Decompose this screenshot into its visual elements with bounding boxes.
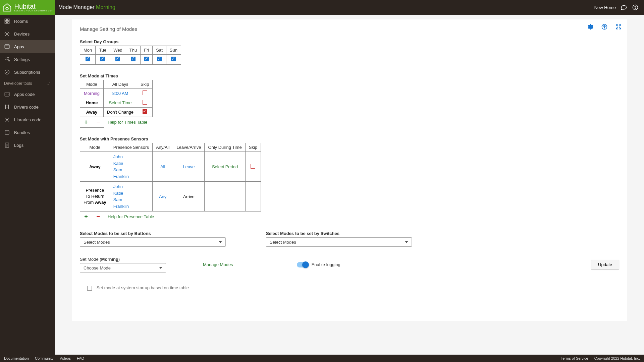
sensor-link[interactable]: Katie	[113, 190, 149, 197]
skip-checkbox[interactable]	[143, 100, 147, 105]
presence-table: ModePresence SensorsAny/AllLeave/ArriveO…	[80, 143, 261, 212]
skip-checkbox[interactable]	[251, 164, 255, 169]
footer-link[interactable]: Copyright 2022 Hubitat, Inc.	[594, 356, 640, 360]
sidebar-item-drivers-code[interactable]: Drivers code	[0, 101, 55, 113]
times-time[interactable]: Select Time	[104, 98, 137, 108]
anyall-link[interactable]: Any	[152, 182, 173, 212]
sensor-link[interactable]: Sam	[113, 167, 149, 173]
skip-checkbox[interactable]	[143, 90, 147, 95]
day-checkbox[interactable]	[171, 57, 176, 61]
sidebar-item-logs[interactable]: Logs	[0, 139, 55, 152]
switches-label: Select Modes to be set by Switches	[266, 231, 412, 236]
home-label[interactable]: New Home	[594, 5, 616, 10]
choose-mode-select[interactable]: Choose Mode	[80, 263, 166, 273]
presence-add-button[interactable]: +	[80, 212, 92, 222]
footer-link[interactable]: FAQ	[77, 356, 84, 360]
cutoff-row[interactable]: Set mode at system startup based on time…	[87, 285, 619, 291]
presence-remove-button[interactable]: −	[92, 212, 104, 222]
skip-cell[interactable]	[245, 182, 261, 212]
sensor-link[interactable]: Franklin	[113, 173, 149, 180]
times-time[interactable]: Don't Change	[104, 108, 137, 117]
day-check-cell[interactable]	[110, 55, 126, 65]
logs-icon	[4, 142, 10, 148]
header: Hubitat ELEVATE YOUR ENVIRONMENT Mode Ma…	[0, 0, 644, 15]
nav-label: Apps code	[14, 92, 35, 97]
times-mode[interactable]: Morning	[80, 89, 104, 98]
day-checkbox[interactable]	[157, 57, 162, 61]
bundles-icon	[4, 129, 10, 135]
times-skip[interactable]	[137, 89, 153, 98]
chat-icon[interactable]	[621, 4, 627, 11]
day-checkbox[interactable]	[86, 57, 90, 61]
day-check-cell[interactable]	[126, 55, 140, 65]
sidebar: RoomsDevicesAppsSettingsSubscriptions De…	[0, 15, 55, 355]
day-check-cell[interactable]	[153, 55, 166, 65]
day-check-cell[interactable]	[96, 55, 110, 65]
help-icon[interactable]	[632, 4, 639, 11]
buttons-select[interactable]: Select Modes	[80, 237, 226, 247]
period-link[interactable]: Select Period	[212, 164, 238, 169]
times-label: Set Mode at Times	[80, 73, 619, 78]
info-icon[interactable]: ?	[601, 23, 608, 30]
manage-modes-link[interactable]: Manage Modes	[203, 262, 233, 267]
footer-link[interactable]: Terms of Service	[561, 356, 588, 360]
sensor-link[interactable]: Sam	[113, 196, 149, 203]
gear-icon[interactable]	[587, 23, 594, 30]
sensor-link[interactable]: Katie	[113, 160, 149, 167]
update-button[interactable]: Update	[591, 260, 619, 269]
presence-mode[interactable]: Away	[80, 152, 110, 182]
nav-label: Logs	[14, 143, 23, 148]
times-skip[interactable]	[137, 98, 153, 108]
day-checkbox[interactable]	[100, 57, 105, 61]
times-mode[interactable]: Home	[80, 98, 104, 108]
footer-link[interactable]: Documentation	[4, 356, 29, 360]
sidebar-item-libraries-code[interactable]: Libraries code	[0, 113, 55, 126]
sidebar-item-devices[interactable]: Devices	[0, 27, 55, 40]
presence-mode[interactable]: PresenceTo ReturnFrom Away	[80, 182, 110, 212]
sensor-link[interactable]: John	[113, 154, 149, 160]
sidebar-item-settings[interactable]: Settings	[0, 53, 55, 66]
skip-checkbox[interactable]	[143, 109, 147, 114]
sensor-link[interactable]: John	[113, 183, 149, 190]
times-mode[interactable]: Away	[80, 108, 104, 117]
day-checkbox[interactable]	[144, 57, 149, 61]
times-remove-button[interactable]: −	[92, 117, 104, 128]
times-time[interactable]: 8:00 AM	[104, 89, 137, 98]
dev-tools-label: Developer tools	[4, 81, 32, 86]
times-help-link[interactable]: Help for Times Table	[104, 117, 151, 128]
presence-help-link[interactable]: Help for Presence Table	[104, 212, 158, 222]
day-check-cell[interactable]	[80, 55, 96, 65]
expand-icon[interactable]	[615, 23, 622, 30]
sidebar-item-apps[interactable]: Apps	[0, 40, 55, 53]
sidebar-item-apps-code[interactable]: Apps code	[0, 88, 55, 101]
anyall-link[interactable]: All	[152, 152, 173, 182]
devices-icon	[4, 31, 10, 37]
sidebar-item-subscriptions[interactable]: Subscriptions	[0, 66, 55, 78]
switches-select[interactable]: Select Modes	[266, 237, 412, 247]
sidebar-item-rooms[interactable]: Rooms	[0, 15, 55, 27]
footer-link[interactable]: Community	[35, 356, 54, 360]
day-checkbox[interactable]	[115, 57, 120, 61]
day-check-cell[interactable]	[141, 55, 153, 65]
leave-arrive[interactable]: Arrive	[173, 182, 205, 212]
skip-cell[interactable]	[245, 152, 261, 182]
period-cell[interactable]: Select Period	[205, 152, 245, 182]
nav-label: Libraries code	[14, 117, 42, 122]
logo[interactable]: Hubitat ELEVATE YOUR ENVIRONMENT	[0, 0, 55, 15]
times-add-button[interactable]: +	[80, 117, 92, 128]
appscode-icon	[4, 91, 10, 97]
startup-checkbox[interactable]	[87, 286, 92, 291]
svg-text:?: ?	[603, 25, 606, 29]
sensor-link[interactable]: Franklin	[113, 203, 149, 210]
day-checkbox[interactable]	[131, 57, 136, 61]
svg-rect-15	[5, 130, 9, 134]
main-scroll[interactable]: ? Manage Setting of Modes Select Day Gro…	[55, 15, 644, 355]
period-cell[interactable]	[205, 182, 245, 212]
enable-logging-toggle[interactable]	[297, 262, 308, 267]
dev-tools-header[interactable]: Developer tools	[0, 78, 55, 88]
times-skip[interactable]	[137, 108, 153, 117]
footer-link[interactable]: Videos	[60, 356, 71, 360]
day-check-cell[interactable]	[166, 55, 181, 65]
sidebar-item-bundles[interactable]: Bundles	[0, 126, 55, 139]
leave-arrive[interactable]: Leave	[173, 152, 205, 182]
